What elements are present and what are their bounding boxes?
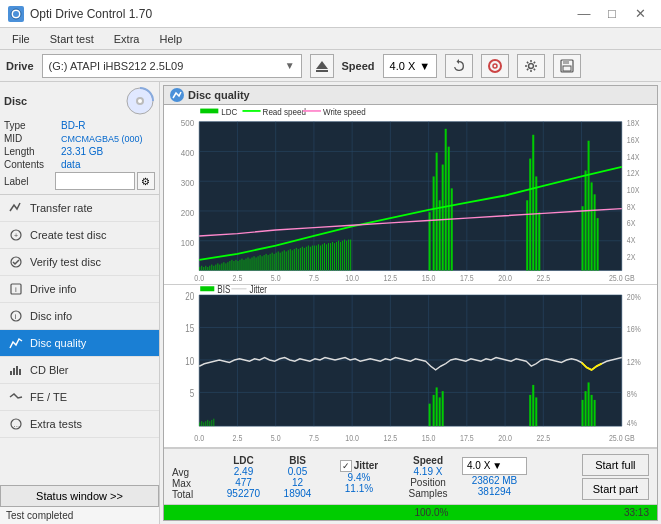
svg-rect-196 bbox=[213, 418, 214, 425]
menu-extra[interactable]: Extra bbox=[106, 31, 148, 47]
svg-rect-89 bbox=[288, 250, 289, 270]
svg-rect-165 bbox=[200, 109, 218, 114]
svg-rect-77 bbox=[264, 255, 265, 270]
svg-text:i: i bbox=[15, 312, 17, 321]
menu-help[interactable]: Help bbox=[151, 31, 190, 47]
nav-transfer-rate[interactable]: Transfer rate bbox=[0, 195, 159, 222]
svg-text:7.5: 7.5 bbox=[309, 274, 319, 284]
nav-extra-tests[interactable]: ... Extra tests bbox=[0, 411, 159, 438]
total-label: Total bbox=[172, 489, 212, 500]
app-title: Opti Drive Control 1.70 bbox=[30, 7, 152, 21]
max-label: Max bbox=[172, 478, 212, 489]
transfer-rate-icon bbox=[8, 200, 24, 216]
menu-file[interactable]: File bbox=[4, 31, 38, 47]
eject-button[interactable] bbox=[310, 54, 334, 78]
svg-rect-116 bbox=[342, 241, 343, 271]
jitter-checkbox[interactable] bbox=[340, 460, 352, 472]
status-window-button[interactable]: Status window >> bbox=[0, 485, 159, 507]
svg-rect-60 bbox=[229, 261, 230, 271]
disc-panel-title: Disc bbox=[4, 95, 27, 107]
svg-rect-110 bbox=[330, 243, 331, 270]
close-button[interactable]: ✕ bbox=[627, 4, 653, 24]
svg-rect-73 bbox=[256, 257, 257, 270]
svg-rect-64 bbox=[237, 261, 238, 271]
svg-rect-51 bbox=[211, 265, 212, 271]
save-button[interactable] bbox=[553, 54, 581, 78]
svg-rect-125 bbox=[442, 165, 444, 271]
nav-cd-bler[interactable]: CD Bler bbox=[0, 357, 159, 384]
svg-text:8%: 8% bbox=[627, 389, 637, 399]
svg-marker-2 bbox=[316, 61, 328, 69]
svg-text:17.5: 17.5 bbox=[460, 274, 474, 284]
refresh-button[interactable] bbox=[445, 54, 473, 78]
svg-text:5.0: 5.0 bbox=[271, 274, 281, 284]
settings-icon-button[interactable] bbox=[517, 54, 545, 78]
jitter-header: Jitter bbox=[324, 460, 394, 472]
svg-point-5 bbox=[493, 64, 497, 68]
drive-info-icon: i bbox=[8, 281, 24, 297]
svg-rect-78 bbox=[266, 254, 267, 271]
disc-label-input[interactable] bbox=[55, 172, 135, 190]
start-part-button[interactable]: Start part bbox=[582, 478, 649, 500]
svg-point-1 bbox=[13, 11, 19, 17]
svg-text:20.0: 20.0 bbox=[498, 274, 512, 284]
speed-select[interactable]: 4.0 X ▼ bbox=[383, 54, 438, 78]
svg-text:...: ... bbox=[14, 420, 21, 429]
svg-rect-206 bbox=[585, 391, 587, 426]
svg-rect-193 bbox=[207, 420, 208, 426]
disc-icon-button[interactable] bbox=[481, 54, 509, 78]
avg-speed: 4.19 X bbox=[398, 466, 458, 477]
position-label: Position bbox=[398, 477, 458, 488]
menu-start-test[interactable]: Start test bbox=[42, 31, 102, 47]
max-jitter: 11.1% bbox=[324, 483, 394, 494]
svg-text:22.5: 22.5 bbox=[536, 433, 550, 443]
svg-text:7.5: 7.5 bbox=[309, 433, 319, 443]
svg-rect-62 bbox=[233, 261, 234, 271]
drive-select[interactable]: (G:) ATAPI iHBS212 2.5L09 ▼ bbox=[42, 54, 302, 78]
disc-label-edit-button[interactable]: ⚙ bbox=[137, 172, 155, 190]
svg-text:Jitter: Jitter bbox=[250, 285, 267, 295]
svg-text:10: 10 bbox=[185, 356, 194, 367]
stats-speed-select[interactable]: 4.0 X ▼ bbox=[462, 457, 527, 475]
title-bar-controls: — □ ✕ bbox=[571, 4, 653, 24]
svg-rect-139 bbox=[597, 218, 599, 270]
svg-text:12X: 12X bbox=[627, 169, 640, 179]
start-full-button[interactable]: Start full bbox=[582, 454, 649, 476]
disc-contents-field: Contents data bbox=[4, 159, 155, 170]
svg-rect-71 bbox=[252, 257, 253, 270]
disc-info-panel: Disc Type BD-R MID CMCMAGBA5 (000) Lengt… bbox=[0, 82, 159, 195]
nav-items: Transfer rate + Create test disc Verify … bbox=[0, 195, 159, 438]
svg-rect-68 bbox=[245, 259, 246, 271]
svg-rect-20 bbox=[10, 371, 12, 375]
svg-rect-107 bbox=[324, 243, 325, 270]
svg-rect-97 bbox=[304, 248, 305, 271]
speed-col-header: Speed bbox=[398, 455, 458, 466]
nav-drive-info[interactable]: i Drive info bbox=[0, 276, 159, 303]
nav-fe-te[interactable]: FE / TE bbox=[0, 384, 159, 411]
minimize-button[interactable]: — bbox=[571, 4, 597, 24]
bis-chart-wrapper: 20 15 10 5 20% 16% 12% 8% 4% 0.0 bbox=[164, 285, 657, 448]
fe-te-icon bbox=[8, 389, 24, 405]
extra-tests-icon: ... bbox=[8, 416, 24, 432]
svg-rect-9 bbox=[563, 66, 571, 71]
nav-verify-test-disc[interactable]: Verify test disc bbox=[0, 249, 159, 276]
content-area: Disc quality bbox=[160, 82, 661, 524]
svg-rect-209 bbox=[594, 400, 596, 426]
svg-rect-198 bbox=[433, 395, 435, 426]
svg-rect-106 bbox=[322, 244, 323, 270]
drive-select-text: (G:) ATAPI iHBS212 2.5L09 bbox=[49, 60, 285, 72]
svg-rect-58 bbox=[225, 263, 226, 270]
nav-disc-info[interactable]: i Disc info bbox=[0, 303, 159, 330]
status-text: Test completed bbox=[0, 507, 159, 524]
svg-rect-136 bbox=[588, 141, 590, 271]
nav-create-test-disc[interactable]: + Create test disc bbox=[0, 222, 159, 249]
svg-rect-115 bbox=[340, 242, 341, 271]
svg-rect-67 bbox=[243, 260, 244, 271]
maximize-button[interactable]: □ bbox=[599, 4, 625, 24]
nav-disc-quality[interactable]: Disc quality bbox=[0, 330, 159, 357]
svg-point-4 bbox=[489, 60, 501, 72]
avg-ldc: 2.49 bbox=[216, 466, 271, 477]
create-test-disc-icon: + bbox=[8, 227, 24, 243]
svg-text:14X: 14X bbox=[627, 152, 640, 162]
disc-length-field: Length 23.31 GB bbox=[4, 146, 155, 157]
